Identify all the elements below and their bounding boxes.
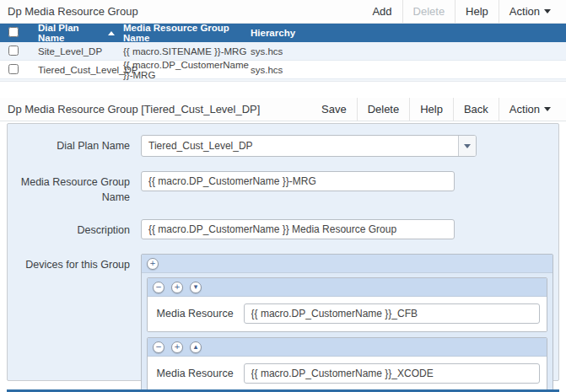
help-button[interactable]: Help [455, 0, 499, 23]
add-row-button[interactable]: + [171, 282, 183, 293]
device-item-header: − + ▴ [148, 338, 547, 357]
dial-plan-name-dropdown[interactable]: Tiered_Cust_Level_DP [141, 135, 477, 157]
cell-mrg-name: {{ macro.SITENAME }}-MRG [123, 46, 251, 56]
add-row-button[interactable]: + [147, 258, 159, 270]
action-menu-button[interactable]: Action [499, 0, 561, 23]
media-resource-label: Media Resource [148, 368, 244, 379]
add-button[interactable]: Add [362, 0, 402, 23]
detail-toolbar-buttons: Save Delete Help Back Action [311, 98, 561, 121]
cell-hierarchy: sys.hcs [251, 46, 566, 56]
table-header-checkbox-cell [0, 27, 38, 39]
device-item-header: − + ▾ [148, 278, 547, 297]
device-item-body: Media Resource [148, 297, 547, 331]
cell-hierarchy: sys.hcs [251, 65, 566, 75]
remove-row-button[interactable]: − [153, 341, 164, 353]
column-header-hierarchy[interactable]: Hierarchy [251, 28, 566, 38]
devices-group-header: + [142, 255, 553, 273]
row-checkbox[interactable] [8, 46, 19, 56]
caret-down-icon [544, 9, 551, 13]
cell-mrg-name: {{ macro.DP_CustomerName }}-MRG [123, 60, 251, 80]
cell-dial-plan-name[interactable]: Site_Level_DP [38, 46, 123, 56]
mrg-name-label: Media Resource Group Name [8, 171, 141, 205]
device-item-panel: − + ▴ Media Resource [147, 337, 547, 392]
caret-down-icon [544, 107, 551, 111]
row-checkbox[interactable] [8, 64, 19, 74]
list-toolbar-buttons: Add Delete Help Action [362, 0, 561, 23]
select-all-checkbox[interactable] [8, 27, 19, 37]
devices-group-box: + − + ▾ Media Resource [141, 254, 553, 392]
move-down-button[interactable]: ▾ [190, 282, 202, 293]
field-row-dial-plan-name: Dial Plan Name Tiered_Cust_Level_DP [8, 135, 558, 157]
row-checkbox-cell [0, 46, 38, 57]
detail-panel: Dp Media Resource Group [Tiered_Cust_Lev… [0, 98, 566, 381]
dial-plan-name-value: Tiered_Cust_Level_DP [142, 136, 458, 156]
media-resource-label: Media Resource [148, 308, 244, 320]
field-row-description: Description [8, 219, 558, 239]
list-toolbar: Dp Media Resource Group Add Delete Help … [0, 0, 566, 24]
save-button[interactable]: Save [311, 98, 357, 121]
description-input[interactable] [141, 219, 455, 239]
move-up-button[interactable]: ▴ [190, 341, 202, 353]
dropdown-arrow-button[interactable] [458, 136, 476, 156]
devices-group-body: − + ▾ Media Resource − + ▴ [142, 273, 553, 392]
column-header-mrg-name[interactable]: Media Resource Group Name [123, 23, 251, 43]
media-resource-input[interactable] [244, 303, 540, 324]
sort-ascending-icon [108, 31, 115, 35]
add-row-button[interactable]: + [171, 341, 183, 353]
field-row-mrg-name: Media Resource Group Name [8, 171, 558, 205]
action-menu-button[interactable]: Action [499, 98, 561, 121]
action-menu-label: Action [509, 103, 540, 115]
description-label: Description [8, 219, 141, 239]
list-panel: Dp Media Resource Group Add Delete Help … [0, 0, 566, 82]
panel-gap [0, 82, 566, 98]
field-row-devices: Devices for this Group + − + ▾ Media Res… [8, 254, 558, 392]
remove-row-button[interactable]: − [153, 282, 164, 293]
delete-button[interactable]: Delete [402, 0, 455, 23]
detail-form: Dial Plan Name Tiered_Cust_Level_DP Medi… [7, 123, 559, 381]
devices-group-label: Devices for this Group [8, 254, 141, 392]
table-header-row: Dial Plan Name Media Resource Group Name… [0, 24, 566, 42]
mrg-name-input[interactable] [141, 171, 455, 191]
row-checkbox-cell [0, 64, 38, 76]
back-button[interactable]: Back [453, 98, 499, 121]
table-row[interactable]: Site_Level_DP {{ macro.SITENAME }}-MRG s… [0, 42, 566, 61]
device-item-body: Media Resource [148, 357, 547, 391]
table-row[interactable]: Tiered_Cust_Level_DP {{ macro.DP_Custome… [0, 61, 566, 79]
detail-toolbar: Dp Media Resource Group [Tiered_Cust_Lev… [0, 98, 566, 121]
dial-plan-name-label: Dial Plan Name [8, 135, 141, 157]
help-button[interactable]: Help [409, 98, 453, 121]
cell-dial-plan-name[interactable]: Tiered_Cust_Level_DP [38, 65, 123, 75]
device-item-panel: − + ▾ Media Resource [147, 277, 547, 332]
list-panel-title: Dp Media Resource Group [8, 5, 362, 18]
action-menu-label: Action [509, 5, 540, 18]
delete-button[interactable]: Delete [357, 98, 410, 121]
media-resource-input[interactable] [244, 363, 540, 384]
column-header-label: Dial Plan Name [38, 23, 108, 43]
column-header-dial-plan-name[interactable]: Dial Plan Name [38, 23, 123, 43]
chevron-down-icon [464, 144, 471, 148]
detail-panel-title: Dp Media Resource Group [Tiered_Cust_Lev… [8, 103, 311, 115]
